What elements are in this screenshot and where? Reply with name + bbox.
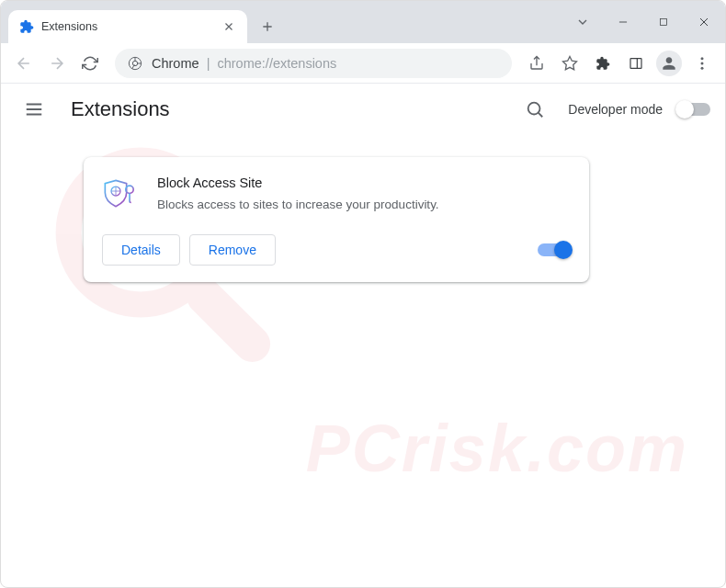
profile-avatar[interactable]: [655, 50, 683, 77]
developer-mode-toggle[interactable]: [677, 103, 710, 116]
svg-point-5: [701, 62, 704, 64]
page-header: Extensions Developer mode: [1, 84, 725, 135]
url-text: Chrome | chrome://extensions: [152, 56, 336, 71]
svg-point-7: [528, 103, 540, 115]
extension-card: Block Access Site Blocks access to sites…: [84, 157, 589, 282]
browser-menu-icon[interactable]: [688, 50, 716, 77]
search-icon[interactable]: [516, 91, 553, 128]
side-panel-icon[interactable]: [622, 50, 650, 77]
nav-reload-button[interactable]: [76, 50, 104, 77]
extensions-puzzle-icon[interactable]: [589, 50, 617, 77]
developer-mode-label: Developer mode: [568, 102, 663, 117]
address-bar[interactable]: Chrome | chrome://extensions: [115, 49, 512, 78]
details-button[interactable]: Details: [102, 234, 180, 266]
svg-point-2: [132, 61, 137, 65]
svg-point-4: [701, 57, 704, 60]
extension-description: Blocks access to sites to increase your …: [157, 196, 451, 214]
nav-forward-button[interactable]: [43, 50, 71, 77]
nav-back-button[interactable]: [10, 50, 38, 77]
tab-title: Extensions: [41, 20, 214, 33]
share-icon[interactable]: [523, 50, 550, 77]
window-dropdown-icon[interactable]: [569, 8, 596, 36]
window-maximize-button[interactable]: [650, 8, 677, 36]
bookmark-star-icon[interactable]: [556, 50, 584, 77]
tab-close-icon[interactable]: [221, 19, 236, 34]
window-minimize-button[interactable]: [609, 8, 637, 36]
watermark-text: PCrisk.com: [306, 411, 688, 486]
svg-rect-0: [661, 19, 667, 26]
extension-enable-toggle[interactable]: [538, 243, 571, 256]
chrome-logo-icon: [128, 56, 142, 71]
remove-button[interactable]: Remove: [189, 234, 276, 266]
browser-titlebar: Extensions: [1, 1, 725, 43]
extension-name: Block Access Site: [157, 175, 571, 190]
hamburger-menu-button[interactable]: [16, 91, 52, 128]
window-close-button[interactable]: [690, 8, 718, 36]
extensions-list: Block Access Site Blocks access to sites…: [1, 135, 725, 304]
extension-icon-shield: [102, 177, 139, 214]
new-tab-button[interactable]: [255, 14, 280, 40]
svg-point-6: [701, 66, 704, 69]
browser-toolbar: Chrome | chrome://extensions: [1, 43, 725, 84]
svg-rect-3: [630, 58, 641, 68]
tab-favicon-extension-icon: [19, 19, 34, 34]
window-controls: [569, 8, 718, 36]
browser-tab[interactable]: Extensions: [8, 10, 247, 43]
page-title: Extensions: [71, 97, 498, 121]
